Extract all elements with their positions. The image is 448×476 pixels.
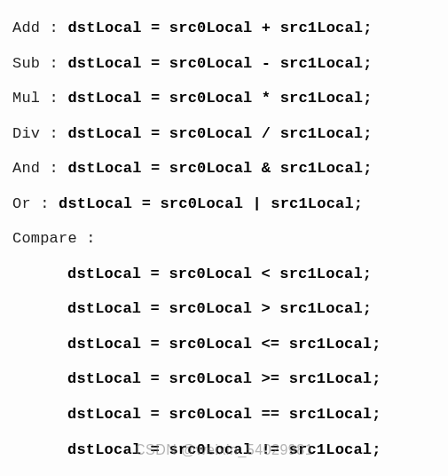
code-line: dstLocal = src0Local < src1Local; (12, 266, 436, 283)
line-code: dstLocal = src0Local <= src1Local; (67, 336, 381, 353)
line-code: dstLocal = src0Local & src1Local; (67, 160, 372, 177)
line-label: Sub : (12, 55, 67, 72)
code-line: Add : dstLocal = src0Local + src1Local; (12, 20, 436, 37)
line-code: dstLocal = src0Local > src1Local; (67, 300, 372, 317)
code-line: dstLocal = src0Local != src1Local; (12, 441, 436, 459)
line-label: Compare : (12, 230, 96, 247)
code-line: Compare : (12, 230, 436, 248)
line-label: Div : (12, 125, 67, 142)
code-line: dstLocal = src0Local <= src1Local; (12, 336, 436, 353)
line-code: dstLocal = src0Local == src1Local; (67, 406, 381, 423)
line-code: dstLocal = src0Local != src1Local; (67, 441, 381, 458)
line-code: dstLocal = src0Local + src1Local; (67, 20, 372, 36)
line-code: dstLocal = src0Local * src1Local; (67, 90, 372, 107)
line-code: dstLocal = src0Local / src1Local; (67, 125, 372, 142)
code-listing: Add : dstLocal = src0Local + src1Local;S… (0, 0, 448, 476)
line-code: dstLocal = src0Local - src1Local; (67, 55, 372, 72)
code-line: dstLocal = src0Local == src1Local; (12, 406, 436, 424)
line-label: Mul : (12, 90, 67, 107)
code-line: Or : dstLocal = src0Local | src1Local; (12, 195, 436, 213)
code-line: dstLocal = src0Local >= src1Local; (12, 370, 436, 388)
line-code: dstLocal = src0Local < src1Local; (67, 266, 372, 282)
code-line: Sub : dstLocal = src0Local - src1Local; (12, 55, 436, 73)
line-label: Or : (12, 195, 59, 212)
line-label: Add : (12, 20, 67, 36)
line-code: dstLocal = src0Local | src1Local; (59, 195, 363, 212)
line-code: dstLocal = src0Local >= src1Local; (67, 370, 381, 387)
line-label: And : (12, 160, 67, 177)
code-line: Mul : dstLocal = src0Local * src1Local; (12, 90, 436, 107)
code-line: And : dstLocal = src0Local & src1Local; (12, 160, 436, 178)
code-line: dstLocal = src0Local > src1Local; (12, 300, 436, 318)
code-line: Div : dstLocal = src0Local / src1Local; (12, 125, 436, 143)
